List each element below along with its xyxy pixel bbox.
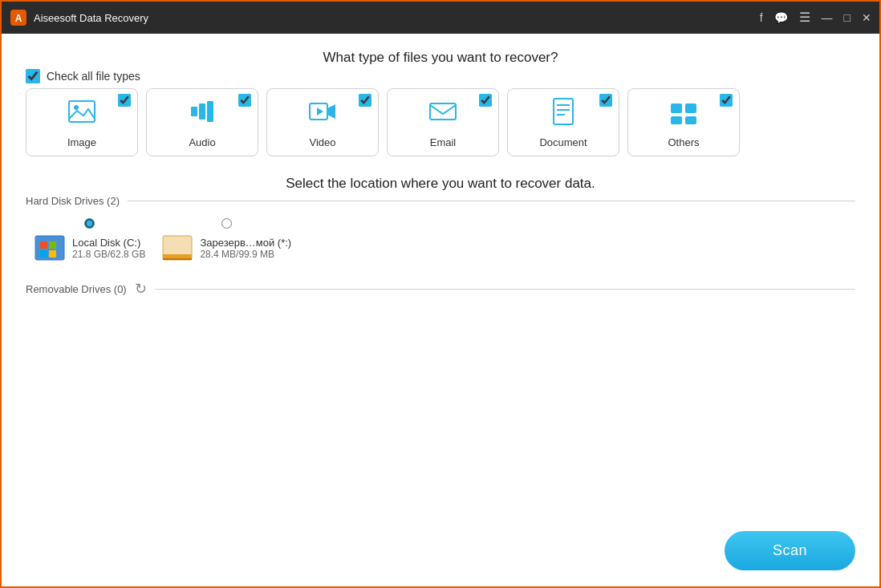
file-type-card-image[interactable]: Image xyxy=(26,88,138,156)
svg-rect-18 xyxy=(685,116,696,124)
drive-item-reserved[interactable]: Зарезерв…мой (*:) 28.4 MB/99.9 MB xyxy=(161,218,291,264)
svg-rect-16 xyxy=(685,103,696,113)
drive-reserved-info: Зарезерв…мой (*:) 28.4 MB/99.9 MB xyxy=(200,237,291,260)
image-checkbox[interactable] xyxy=(118,94,131,107)
drive-c-icon-area: Local Disk (C:) 21.8 GB/62.8 GB xyxy=(34,232,145,264)
others-label: Others xyxy=(668,136,699,148)
video-icon xyxy=(308,97,337,132)
drive-item-c[interactable]: Local Disk (C:) 21.8 GB/62.8 GB xyxy=(34,218,145,264)
drive-reserved-radio-row xyxy=(161,218,291,229)
others-checkbox[interactable] xyxy=(720,94,733,107)
drives-list: Local Disk (C:) 21.8 GB/62.8 GB xyxy=(26,218,855,264)
drive-c-radio-row xyxy=(34,218,145,229)
hard-disk-label: Hard Disk Drives (2) xyxy=(26,195,120,207)
drive-reserved-name: Зарезерв…мой (*:) xyxy=(200,237,291,249)
drives-section: Hard Disk Drives (2) xyxy=(26,195,855,298)
facebook-icon[interactable]: f xyxy=(760,12,763,23)
svg-rect-17 xyxy=(671,116,682,124)
document-icon xyxy=(549,97,578,132)
main-content: What type of files you want to recover? … xyxy=(2,34,879,521)
audio-checkbox[interactable] xyxy=(238,94,251,107)
svg-text:A: A xyxy=(15,13,22,24)
file-types-title: What type of files you want to recover? xyxy=(26,50,855,66)
drive-reserved-icon xyxy=(161,232,193,264)
file-type-card-others[interactable]: Others xyxy=(627,88,740,156)
svg-rect-21 xyxy=(40,241,47,249)
image-icon xyxy=(67,97,96,132)
check-all-row: Check all file types xyxy=(26,69,855,83)
audio-label: Audio xyxy=(189,136,215,148)
others-icon xyxy=(669,97,698,132)
svg-rect-28 xyxy=(163,258,192,260)
svg-rect-5 xyxy=(199,103,205,120)
drive-c-size: 21.8 GB/62.8 GB xyxy=(72,249,145,260)
file-type-card-document[interactable]: Document xyxy=(507,88,619,156)
audio-icon xyxy=(188,97,217,132)
close-button[interactable]: ✕ xyxy=(862,12,871,23)
maximize-button[interactable]: □ xyxy=(844,12,851,23)
document-label: Document xyxy=(539,136,587,148)
window-controls: f 💬 ☰ — □ ✕ xyxy=(760,11,871,24)
svg-marker-9 xyxy=(317,107,323,116)
svg-point-3 xyxy=(74,105,79,110)
svg-rect-11 xyxy=(554,99,573,124)
scan-button[interactable]: Scan xyxy=(725,531,855,570)
email-label: Email xyxy=(430,136,457,148)
svg-rect-10 xyxy=(430,103,456,120)
check-all-checkbox[interactable] xyxy=(26,69,40,83)
svg-rect-4 xyxy=(191,107,197,116)
file-type-card-video[interactable]: Video xyxy=(266,88,379,156)
main-window: A Aiseesoft Data Recovery f 💬 ☰ — □ ✕ Wh… xyxy=(0,0,881,588)
drive-c-radio[interactable] xyxy=(84,218,95,229)
svg-rect-15 xyxy=(671,103,682,113)
drive-reserved-radio[interactable] xyxy=(221,218,232,229)
file-type-card-email[interactable]: Email xyxy=(387,88,499,156)
removable-label: Removable Drives (0) xyxy=(26,283,127,295)
file-types-section: What type of files you want to recover? … xyxy=(26,50,855,156)
svg-marker-8 xyxy=(327,104,335,119)
file-types-grid: Image Audio xyxy=(26,88,855,156)
bottom-bar: Scan xyxy=(2,521,879,586)
video-checkbox[interactable] xyxy=(359,94,371,107)
removable-divider xyxy=(155,289,855,290)
check-all-label: Check all file types xyxy=(47,70,140,83)
svg-rect-6 xyxy=(207,101,213,122)
svg-rect-24 xyxy=(49,250,56,258)
svg-rect-23 xyxy=(40,250,47,258)
app-icon: A xyxy=(10,9,27,26)
app-title: Aiseesoft Data Recovery xyxy=(34,12,760,24)
video-label: Video xyxy=(309,136,335,148)
drive-c-icon xyxy=(34,232,66,264)
drive-c-info: Local Disk (C:) 21.8 GB/62.8 GB xyxy=(72,237,145,260)
drive-c-name: Local Disk (C:) xyxy=(72,237,145,249)
location-title: Select the location where you want to re… xyxy=(26,176,855,192)
menu-icon[interactable]: ☰ xyxy=(799,11,810,24)
refresh-icon[interactable]: ↻ xyxy=(135,280,147,298)
drive-reserved-size: 28.4 MB/99.9 MB xyxy=(200,249,291,260)
svg-rect-22 xyxy=(49,241,56,249)
hard-disk-divider xyxy=(128,201,855,201)
email-checkbox[interactable] xyxy=(479,94,492,107)
removable-header: Removable Drives (0) ↻ xyxy=(26,280,855,298)
hard-disk-header: Hard Disk Drives (2) xyxy=(26,195,855,207)
document-checkbox[interactable] xyxy=(599,94,612,107)
title-bar: A Aiseesoft Data Recovery f 💬 ☰ — □ ✕ xyxy=(2,2,879,34)
minimize-button[interactable]: — xyxy=(822,12,833,23)
image-label: Image xyxy=(67,136,96,148)
drive-reserved-icon-area: Зарезерв…мой (*:) 28.4 MB/99.9 MB xyxy=(161,232,291,264)
file-type-card-audio[interactable]: Audio xyxy=(146,88,258,156)
chat-icon[interactable]: 💬 xyxy=(774,12,788,23)
location-section: Select the location where you want to re… xyxy=(26,169,855,298)
email-icon xyxy=(428,97,457,132)
